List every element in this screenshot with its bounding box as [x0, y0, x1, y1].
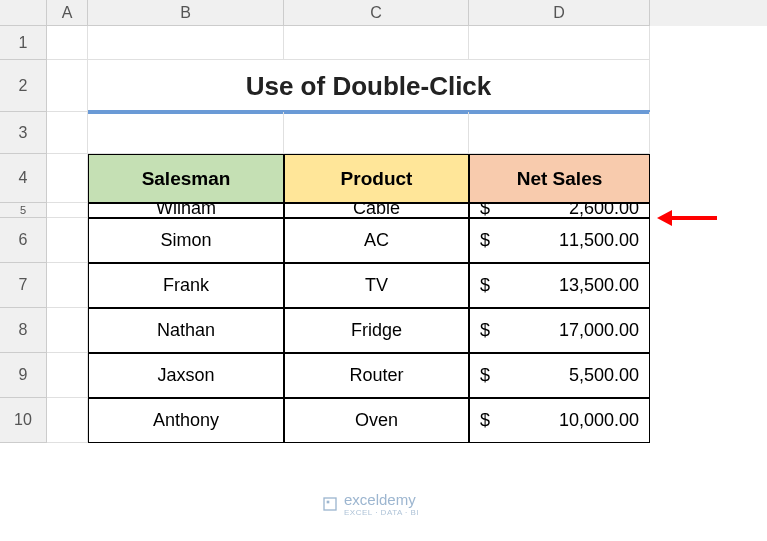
- cell-b1[interactable]: [88, 26, 284, 60]
- row-header-9[interactable]: 9: [0, 353, 47, 398]
- arrow-line: [672, 216, 717, 220]
- watermark: exceldemy EXCEL · DATA · BI: [322, 491, 419, 517]
- cell-product-5[interactable]: Cable: [284, 203, 469, 218]
- cell-a2[interactable]: [47, 60, 88, 112]
- cell-a6[interactable]: [47, 218, 88, 263]
- currency-symbol: $: [480, 230, 490, 251]
- cell-sales-10[interactable]: $ 10,000.00: [469, 398, 650, 443]
- row-header-8[interactable]: 8: [0, 308, 47, 353]
- cell-salesman-5[interactable]: Wilham: [88, 203, 284, 218]
- col-header-a[interactable]: A: [47, 0, 88, 26]
- col-header-c[interactable]: C: [284, 0, 469, 26]
- row-header-4[interactable]: 4: [0, 154, 47, 203]
- currency-symbol: $: [480, 410, 490, 431]
- cell-salesman-9[interactable]: Jaxson: [88, 353, 284, 398]
- row-header-6[interactable]: 6: [0, 218, 47, 263]
- spreadsheet-grid: Use of Double-Click Salesman Product Net…: [47, 26, 767, 541]
- cell-product-8[interactable]: Fridge: [284, 308, 469, 353]
- cell-sales-5[interactable]: $ 2,600.00: [469, 203, 650, 218]
- currency-symbol: $: [480, 275, 490, 296]
- sales-value: 5,500.00: [569, 365, 639, 386]
- svg-rect-0: [324, 498, 336, 510]
- row-header-7[interactable]: 7: [0, 263, 47, 308]
- sales-value: 13,500.00: [559, 275, 639, 296]
- cell-d1[interactable]: [469, 26, 650, 60]
- cell-salesman-8[interactable]: Nathan: [88, 308, 284, 353]
- cell-c1[interactable]: [284, 26, 469, 60]
- watermark-tagline: EXCEL · DATA · BI: [344, 508, 419, 517]
- cell-product-9[interactable]: Router: [284, 353, 469, 398]
- sales-value: 17,000.00: [559, 320, 639, 341]
- cell-a10[interactable]: [47, 398, 88, 443]
- title-text: Use of Double-Click: [246, 71, 492, 102]
- cell-a3[interactable]: [47, 112, 88, 154]
- watermark-brand: exceldemy: [344, 491, 419, 508]
- select-all-corner[interactable]: [0, 0, 47, 26]
- cell-a5[interactable]: [47, 203, 88, 218]
- row-header-5[interactable]: 5: [0, 203, 47, 218]
- cell-d3[interactable]: [469, 112, 650, 154]
- cell-product-6[interactable]: AC: [284, 218, 469, 263]
- cell-sales-6[interactable]: $ 11,500.00: [469, 218, 650, 263]
- cell-sales-9[interactable]: $ 5,500.00: [469, 353, 650, 398]
- header-salesman[interactable]: Salesman: [88, 154, 284, 203]
- cell-a8[interactable]: [47, 308, 88, 353]
- header-netsales[interactable]: Net Sales: [469, 154, 650, 203]
- header-product[interactable]: Product: [284, 154, 469, 203]
- row-header-3[interactable]: 3: [0, 112, 47, 154]
- cell-salesman-7[interactable]: Frank: [88, 263, 284, 308]
- title-cell[interactable]: Use of Double-Click: [88, 60, 650, 112]
- cell-sales-7[interactable]: $ 13,500.00: [469, 263, 650, 308]
- column-headers: A B C D: [47, 0, 767, 26]
- cell-a9[interactable]: [47, 353, 88, 398]
- watermark-icon: [322, 496, 338, 512]
- col-header-d[interactable]: D: [469, 0, 650, 26]
- col-header-b[interactable]: B: [88, 0, 284, 26]
- cell-sales-8[interactable]: $ 17,000.00: [469, 308, 650, 353]
- sales-value: 2,600.00: [569, 203, 639, 217]
- cell-a4[interactable]: [47, 154, 88, 203]
- currency-symbol: $: [480, 203, 490, 217]
- row-header-2[interactable]: 2: [0, 60, 47, 112]
- cell-b3[interactable]: [88, 112, 284, 154]
- sales-value: 10,000.00: [559, 410, 639, 431]
- annotation-arrow: [657, 210, 717, 226]
- sales-value: 11,500.00: [559, 230, 639, 251]
- cell-c3[interactable]: [284, 112, 469, 154]
- row-headers: 1 2 3 4 5 6 7 8 9 10: [0, 26, 47, 443]
- cell-a1[interactable]: [47, 26, 88, 60]
- currency-symbol: $: [480, 320, 490, 341]
- cell-product-7[interactable]: TV: [284, 263, 469, 308]
- cell-product-10[interactable]: Oven: [284, 398, 469, 443]
- arrow-head-icon: [657, 210, 672, 226]
- svg-rect-1: [327, 501, 330, 504]
- cell-a7[interactable]: [47, 263, 88, 308]
- row-header-10[interactable]: 10: [0, 398, 47, 443]
- cell-salesman-6[interactable]: Simon: [88, 218, 284, 263]
- row-header-1[interactable]: 1: [0, 26, 47, 60]
- cell-salesman-10[interactable]: Anthony: [88, 398, 284, 443]
- currency-symbol: $: [480, 365, 490, 386]
